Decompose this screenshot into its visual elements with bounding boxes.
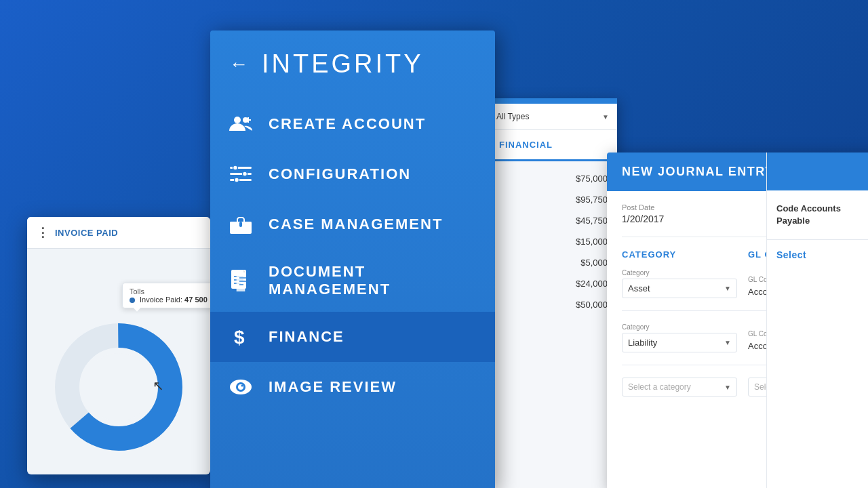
invoice-body: Tolls Invoice Paid: 47 500 ↖ bbox=[27, 249, 210, 474]
financial-tabs: FINANCIAL bbox=[488, 130, 617, 161]
nav-item-finance-label: FINANCE bbox=[269, 328, 344, 346]
nav-item-image-review-label: IMAGE REVIEW bbox=[269, 378, 397, 396]
filter-dropdown-icon: ▼ bbox=[602, 113, 609, 121]
category-arrow-2: ▼ bbox=[724, 339, 731, 346]
briefcase-icon bbox=[229, 213, 252, 236]
dollar-icon: $ bbox=[229, 325, 252, 348]
financial-row: $75,000 bbox=[488, 168, 617, 189]
tooltip-bubble: Tolls Invoice Paid: 47 500 bbox=[122, 283, 210, 308]
svg-point-2 bbox=[85, 353, 153, 421]
settings-icon bbox=[229, 163, 252, 186]
svg-point-28 bbox=[241, 385, 243, 387]
svg-rect-8 bbox=[230, 173, 252, 175]
back-button[interactable]: ← bbox=[229, 54, 248, 75]
tooltip-amount: 47 500 bbox=[184, 296, 208, 304]
svg-rect-9 bbox=[230, 179, 252, 181]
financial-row: $5,000 bbox=[488, 252, 617, 273]
select-button[interactable]: Select bbox=[767, 240, 868, 270]
financial-row: $95,750 bbox=[488, 189, 617, 210]
financial-top-bar bbox=[488, 98, 617, 104]
financial-row: $45,750 bbox=[488, 210, 617, 231]
nav-item-create-account-label: CREATE ACCOUNT bbox=[269, 115, 426, 133]
nav-item-document-management-label: DOCUMENT MANAGEMENT bbox=[269, 263, 476, 298]
nav-item-configuration-label: CONFIGURATION bbox=[269, 165, 411, 183]
financial-row: $50,000 bbox=[488, 294, 617, 315]
category-group-empty: Select a category ▼ bbox=[622, 378, 737, 396]
category-arrow-empty: ▼ bbox=[724, 384, 731, 391]
right-panel-header bbox=[767, 152, 868, 190]
svg-point-12 bbox=[235, 178, 239, 182]
category-dropdown-2[interactable]: Liability ▼ bbox=[622, 333, 737, 352]
app-title: INTEGRITY bbox=[262, 49, 424, 79]
tooltip-value: Invoice Paid: 47 500 bbox=[130, 296, 208, 304]
nav-item-finance[interactable]: $ FINANCE bbox=[210, 312, 495, 362]
category-value-2: Liability bbox=[628, 338, 724, 348]
svg-point-3 bbox=[234, 117, 241, 123]
category-group-2: Category Liability ▼ bbox=[622, 323, 737, 352]
svg-text:$: $ bbox=[234, 327, 245, 348]
users-icon bbox=[229, 113, 252, 136]
document-icon bbox=[229, 269, 252, 292]
nav-header: ← INTEGRITY bbox=[210, 30, 495, 92]
donut-svg bbox=[51, 319, 186, 455]
right-panel-body: Code Accounts Payable Select bbox=[767, 190, 868, 270]
tooltip-dot-icon bbox=[130, 298, 135, 303]
nav-panel: ← INTEGRITY CREATE ACCOUNT bbox=[210, 30, 495, 488]
category-dropdown-1[interactable]: Asset ▼ bbox=[622, 279, 737, 298]
invoice-title: INVOICE PAID bbox=[55, 228, 118, 238]
category-label-1: Category bbox=[622, 269, 737, 277]
category-arrow-1: ▼ bbox=[724, 285, 731, 292]
category-select-empty[interactable]: Select a category ▼ bbox=[622, 378, 737, 396]
financial-tab[interactable]: FINANCIAL bbox=[488, 130, 564, 161]
invoice-card-header: ⋮ INVOICE PAID bbox=[27, 217, 210, 249]
category-value-1: Asset bbox=[628, 283, 724, 293]
nav-item-configuration[interactable]: CONFIGURATION bbox=[210, 149, 495, 199]
nav-item-image-review[interactable]: IMAGE REVIEW bbox=[210, 362, 495, 412]
nav-items-list: CREATE ACCOUNT CONFIGURATION bbox=[210, 99, 495, 412]
dots-icon[interactable]: ⋮ bbox=[37, 225, 50, 240]
svg-point-10 bbox=[233, 165, 238, 170]
svg-rect-20 bbox=[237, 274, 245, 291]
nav-item-case-management[interactable]: CASE MANAGEMENT bbox=[210, 199, 495, 249]
nav-item-document-management[interactable]: DOCUMENT MANAGEMENT bbox=[210, 249, 495, 312]
category-label-2: Category bbox=[622, 323, 737, 331]
financial-panel: All Types ▼ FINANCIAL $75,000 $95,750 $4… bbox=[488, 98, 617, 488]
financial-rows: $75,000 $95,750 $45,750 $15,000 $5,000 $… bbox=[488, 161, 617, 322]
category-group-1: Category Asset ▼ bbox=[622, 269, 737, 298]
cursor-icon: ↖ bbox=[153, 378, 164, 394]
filter-select[interactable]: All Types bbox=[496, 112, 598, 121]
nav-item-case-management-label: CASE MANAGEMENT bbox=[269, 216, 443, 233]
financial-row: $24,000 bbox=[488, 273, 617, 294]
category-placeholder: Select a category bbox=[628, 382, 724, 392]
financial-row: $15,000 bbox=[488, 231, 617, 252]
svg-point-11 bbox=[243, 171, 248, 176]
eye-icon bbox=[229, 375, 252, 399]
right-panel: Code Accounts Payable Select bbox=[766, 152, 868, 488]
donut-chart bbox=[41, 319, 197, 455]
svg-rect-15 bbox=[239, 222, 242, 227]
tooltip-value-label: Invoice Paid: bbox=[140, 296, 184, 304]
financial-filter-bar: All Types ▼ bbox=[488, 104, 617, 130]
nav-item-create-account[interactable]: CREATE ACCOUNT bbox=[210, 99, 495, 149]
category-col-header: CATEGORY bbox=[622, 249, 737, 260]
invoice-card: ⋮ INVOICE PAID Tolls Invoice Paid: 47 50… bbox=[27, 217, 210, 474]
tooltip-label: Tolls bbox=[130, 287, 208, 296]
code-accounts-payable-label: Code Accounts Payable bbox=[767, 190, 868, 240]
